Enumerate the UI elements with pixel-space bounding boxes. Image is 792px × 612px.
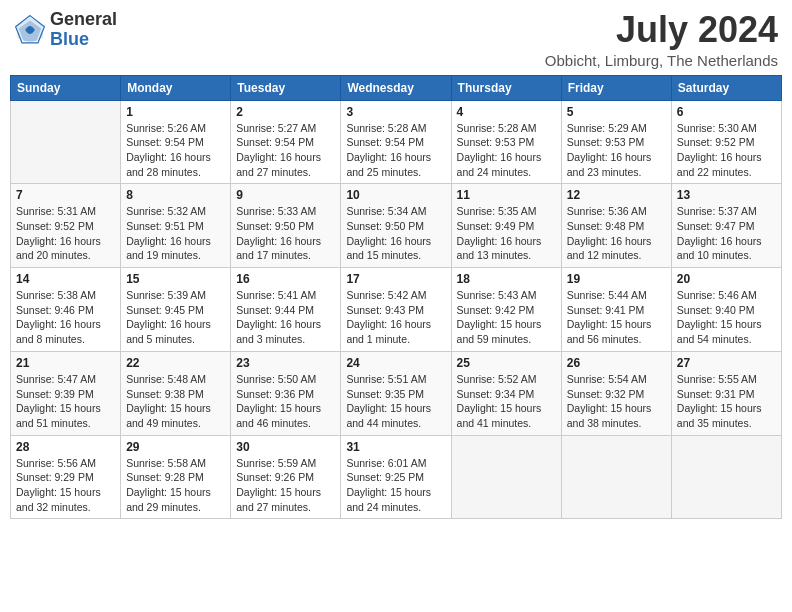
calendar-cell: 31Sunrise: 6:01 AM Sunset: 9:25 PM Dayli… [341,435,451,519]
calendar-cell [451,435,561,519]
calendar-cell: 9Sunrise: 5:33 AM Sunset: 9:50 PM Daylig… [231,184,341,268]
day-info: Sunrise: 6:01 AM Sunset: 9:25 PM Dayligh… [346,456,445,515]
calendar-cell: 1Sunrise: 5:26 AM Sunset: 9:54 PM Daylig… [121,100,231,184]
calendar-week-row: 7Sunrise: 5:31 AM Sunset: 9:52 PM Daylig… [11,184,782,268]
page-header: General Blue July 2024 Obbicht, Limburg,… [10,10,782,69]
day-info: Sunrise: 5:36 AM Sunset: 9:48 PM Dayligh… [567,204,666,263]
day-number: 18 [457,272,556,286]
calendar-week-row: 14Sunrise: 5:38 AM Sunset: 9:46 PM Dayli… [11,268,782,352]
day-info: Sunrise: 5:29 AM Sunset: 9:53 PM Dayligh… [567,121,666,180]
calendar-cell [561,435,671,519]
day-number: 3 [346,105,445,119]
day-info: Sunrise: 5:33 AM Sunset: 9:50 PM Dayligh… [236,204,335,263]
calendar-cell: 3Sunrise: 5:28 AM Sunset: 9:54 PM Daylig… [341,100,451,184]
calendar-cell: 22Sunrise: 5:48 AM Sunset: 9:38 PM Dayli… [121,351,231,435]
calendar-cell: 27Sunrise: 5:55 AM Sunset: 9:31 PM Dayli… [671,351,781,435]
day-info: Sunrise: 5:38 AM Sunset: 9:46 PM Dayligh… [16,288,115,347]
day-info: Sunrise: 5:47 AM Sunset: 9:39 PM Dayligh… [16,372,115,431]
day-info: Sunrise: 5:41 AM Sunset: 9:44 PM Dayligh… [236,288,335,347]
day-number: 25 [457,356,556,370]
calendar-cell: 7Sunrise: 5:31 AM Sunset: 9:52 PM Daylig… [11,184,121,268]
day-number: 20 [677,272,776,286]
day-info: Sunrise: 5:46 AM Sunset: 9:40 PM Dayligh… [677,288,776,347]
day-info: Sunrise: 5:44 AM Sunset: 9:41 PM Dayligh… [567,288,666,347]
calendar-week-row: 28Sunrise: 5:56 AM Sunset: 9:29 PM Dayli… [11,435,782,519]
day-number: 11 [457,188,556,202]
day-info: Sunrise: 5:50 AM Sunset: 9:36 PM Dayligh… [236,372,335,431]
day-number: 30 [236,440,335,454]
calendar-cell: 2Sunrise: 5:27 AM Sunset: 9:54 PM Daylig… [231,100,341,184]
day-number: 5 [567,105,666,119]
calendar-cell: 30Sunrise: 5:59 AM Sunset: 9:26 PM Dayli… [231,435,341,519]
day-info: Sunrise: 5:42 AM Sunset: 9:43 PM Dayligh… [346,288,445,347]
calendar-cell: 20Sunrise: 5:46 AM Sunset: 9:40 PM Dayli… [671,268,781,352]
day-number: 16 [236,272,335,286]
day-info: Sunrise: 5:31 AM Sunset: 9:52 PM Dayligh… [16,204,115,263]
day-header-monday: Monday [121,75,231,100]
calendar-cell: 10Sunrise: 5:34 AM Sunset: 9:50 PM Dayli… [341,184,451,268]
calendar-cell: 15Sunrise: 5:39 AM Sunset: 9:45 PM Dayli… [121,268,231,352]
day-info: Sunrise: 5:35 AM Sunset: 9:49 PM Dayligh… [457,204,556,263]
calendar-cell: 12Sunrise: 5:36 AM Sunset: 9:48 PM Dayli… [561,184,671,268]
day-info: Sunrise: 5:37 AM Sunset: 9:47 PM Dayligh… [677,204,776,263]
day-header-saturday: Saturday [671,75,781,100]
calendar-cell: 25Sunrise: 5:52 AM Sunset: 9:34 PM Dayli… [451,351,561,435]
calendar-cell: 13Sunrise: 5:37 AM Sunset: 9:47 PM Dayli… [671,184,781,268]
calendar-cell: 29Sunrise: 5:58 AM Sunset: 9:28 PM Dayli… [121,435,231,519]
day-number: 8 [126,188,225,202]
day-number: 21 [16,356,115,370]
day-info: Sunrise: 5:28 AM Sunset: 9:53 PM Dayligh… [457,121,556,180]
calendar-week-row: 1Sunrise: 5:26 AM Sunset: 9:54 PM Daylig… [11,100,782,184]
day-number: 12 [567,188,666,202]
calendar-cell: 5Sunrise: 5:29 AM Sunset: 9:53 PM Daylig… [561,100,671,184]
day-header-tuesday: Tuesday [231,75,341,100]
day-info: Sunrise: 5:52 AM Sunset: 9:34 PM Dayligh… [457,372,556,431]
location-title: Obbicht, Limburg, The Netherlands [545,52,778,69]
day-info: Sunrise: 5:56 AM Sunset: 9:29 PM Dayligh… [16,456,115,515]
day-number: 19 [567,272,666,286]
calendar-cell: 24Sunrise: 5:51 AM Sunset: 9:35 PM Dayli… [341,351,451,435]
day-info: Sunrise: 5:28 AM Sunset: 9:54 PM Dayligh… [346,121,445,180]
day-number: 31 [346,440,445,454]
day-info: Sunrise: 5:26 AM Sunset: 9:54 PM Dayligh… [126,121,225,180]
calendar-cell: 18Sunrise: 5:43 AM Sunset: 9:42 PM Dayli… [451,268,561,352]
day-header-sunday: Sunday [11,75,121,100]
day-number: 28 [16,440,115,454]
day-number: 6 [677,105,776,119]
day-number: 1 [126,105,225,119]
calendar-cell: 6Sunrise: 5:30 AM Sunset: 9:52 PM Daylig… [671,100,781,184]
day-number: 14 [16,272,115,286]
calendar-cell [671,435,781,519]
calendar-cell: 23Sunrise: 5:50 AM Sunset: 9:36 PM Dayli… [231,351,341,435]
day-info: Sunrise: 5:32 AM Sunset: 9:51 PM Dayligh… [126,204,225,263]
day-info: Sunrise: 5:27 AM Sunset: 9:54 PM Dayligh… [236,121,335,180]
day-number: 10 [346,188,445,202]
logo-text: General Blue [50,10,117,50]
day-number: 24 [346,356,445,370]
logo-icon [14,14,46,46]
day-info: Sunrise: 5:43 AM Sunset: 9:42 PM Dayligh… [457,288,556,347]
day-header-wednesday: Wednesday [341,75,451,100]
day-number: 13 [677,188,776,202]
day-header-thursday: Thursday [451,75,561,100]
day-header-friday: Friday [561,75,671,100]
calendar-cell [11,100,121,184]
day-info: Sunrise: 5:54 AM Sunset: 9:32 PM Dayligh… [567,372,666,431]
day-info: Sunrise: 5:59 AM Sunset: 9:26 PM Dayligh… [236,456,335,515]
calendar-cell: 14Sunrise: 5:38 AM Sunset: 9:46 PM Dayli… [11,268,121,352]
day-info: Sunrise: 5:48 AM Sunset: 9:38 PM Dayligh… [126,372,225,431]
day-info: Sunrise: 5:30 AM Sunset: 9:52 PM Dayligh… [677,121,776,180]
calendar-cell: 21Sunrise: 5:47 AM Sunset: 9:39 PM Dayli… [11,351,121,435]
day-number: 4 [457,105,556,119]
day-number: 27 [677,356,776,370]
title-block: July 2024 Obbicht, Limburg, The Netherla… [545,10,778,69]
day-info: Sunrise: 5:39 AM Sunset: 9:45 PM Dayligh… [126,288,225,347]
day-number: 7 [16,188,115,202]
calendar-cell: 26Sunrise: 5:54 AM Sunset: 9:32 PM Dayli… [561,351,671,435]
logo: General Blue [14,10,117,50]
day-number: 9 [236,188,335,202]
day-number: 2 [236,105,335,119]
day-info: Sunrise: 5:55 AM Sunset: 9:31 PM Dayligh… [677,372,776,431]
day-number: 17 [346,272,445,286]
calendar-cell: 17Sunrise: 5:42 AM Sunset: 9:43 PM Dayli… [341,268,451,352]
